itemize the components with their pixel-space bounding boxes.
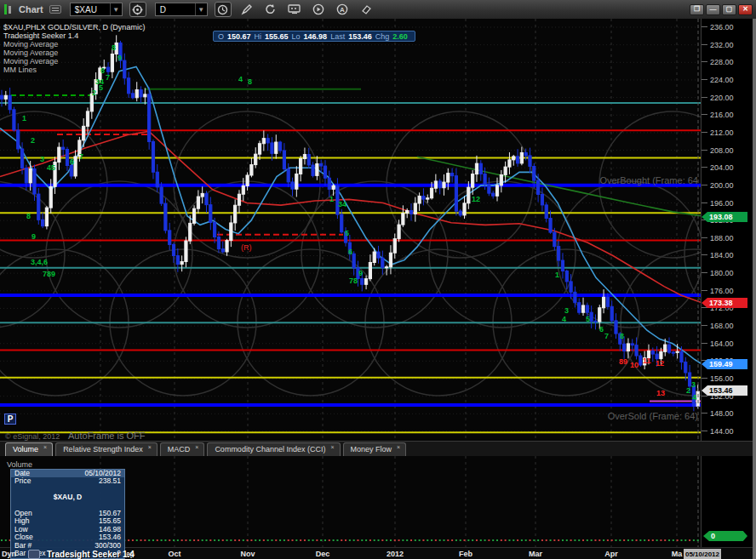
tab-volume[interactable]: Volume× <box>5 442 53 456</box>
volume-bar <box>181 539 183 541</box>
interval-input[interactable]: D ▼ <box>155 3 208 16</box>
candle-body <box>221 249 224 252</box>
candle-body <box>74 157 77 176</box>
tab-close-icon[interactable]: × <box>330 444 334 450</box>
volume-bar <box>177 539 179 541</box>
candle-body <box>86 111 89 126</box>
candle-body <box>467 187 470 203</box>
time-template-button[interactable] <box>215 2 232 17</box>
candle-body <box>29 168 32 183</box>
candle-body <box>520 152 523 163</box>
status-bar: Dyn Tradesight Seeker 1.4 <box>0 548 135 559</box>
time-axis[interactable]: 05/10/2012 Dyn Tradesight Seeker 1.4 Sep… <box>0 547 753 559</box>
candle-body <box>581 305 584 312</box>
seeker-count-label: 5 <box>99 83 103 92</box>
tab-macd[interactable]: MACD× <box>160 442 205 456</box>
restore-window-button[interactable]: ❐ <box>690 4 704 15</box>
tab-close-icon[interactable]: × <box>148 444 152 450</box>
tab-close-icon[interactable]: × <box>43 444 47 450</box>
candle-body <box>217 237 220 249</box>
candle-body <box>455 176 457 211</box>
price-axis[interactable]: 236.00232.00228.00224.00220.00216.00212.… <box>701 19 753 441</box>
volume-bar <box>419 539 421 541</box>
price-chart-pane[interactable]: 1234567893,4,678923468975481345697812134… <box>0 19 701 441</box>
chevron-down-icon[interactable]: ▼ <box>110 3 122 15</box>
candle-body <box>164 203 167 231</box>
price-tag-153.46: 153.46 <box>702 385 747 396</box>
symbol-input[interactable]: $XAU ▼ <box>70 3 123 16</box>
volume-axis[interactable]: 0 <box>701 456 753 547</box>
autolink-button[interactable]: A <box>334 2 351 17</box>
volume-bar <box>271 539 272 541</box>
quote-board-button[interactable] <box>286 2 303 17</box>
volume-bar <box>484 539 486 541</box>
eraser-button[interactable] <box>358 2 375 17</box>
month-label-oct: Oct <box>168 550 180 558</box>
volume-bar <box>570 539 572 541</box>
tab-money-flow[interactable]: Money Flow× <box>343 442 407 456</box>
volume-bar <box>673 539 674 541</box>
draw-button[interactable] <box>238 2 255 17</box>
volume-bar <box>238 539 240 541</box>
seeker-count-label: 11 <box>643 357 651 365</box>
tab-relative-strength-index[interactable]: Relative Strength Index× <box>55 442 158 456</box>
volume-bar <box>517 539 518 541</box>
seeker-count-label: 7 <box>106 73 110 82</box>
tab-close-icon[interactable]: × <box>397 444 400 450</box>
legend-study-mm: MM Lines <box>3 66 145 74</box>
symbol-search-button[interactable] <box>129 2 146 17</box>
candle-body <box>386 267 388 268</box>
reload-button[interactable] <box>262 2 279 17</box>
candle-body <box>541 194 543 204</box>
volume-bar <box>345 539 346 541</box>
volume-bar <box>648 539 650 541</box>
volume-bar <box>632 539 633 541</box>
volume-bar <box>627 539 629 541</box>
candle-body <box>656 354 658 359</box>
status-page-icon[interactable] <box>28 550 40 559</box>
candle-body <box>475 163 478 174</box>
candle-body <box>172 244 175 255</box>
candle-body <box>20 149 23 168</box>
volume-bar <box>329 539 330 541</box>
pointer-mode-badge[interactable]: P <box>4 414 16 425</box>
chevron-down-icon[interactable]: ▼ <box>195 3 207 15</box>
maximize-button[interactable]: ▢ <box>722 4 736 15</box>
volume-bar <box>464 539 466 541</box>
chart-window-icon <box>3 3 14 15</box>
volume-bar <box>607 539 609 541</box>
candle-body <box>377 252 380 258</box>
minimize-button[interactable]: — <box>706 4 720 15</box>
volume-bar <box>275 539 277 541</box>
volume-bar <box>488 539 490 541</box>
seeker-count-label: 89 <box>619 357 627 366</box>
close-button[interactable]: ✕ <box>738 4 753 15</box>
data-window[interactable]: Date05/10/2012Price238.51$XAU, DOpen150.… <box>10 469 125 559</box>
volume-bar <box>684 539 686 541</box>
volume-bar <box>562 539 564 541</box>
candle-body <box>312 165 314 175</box>
tab-commodity-channel-index-cci-[interactable]: Commodity Channel Index (CCI)× <box>207 442 340 456</box>
volume-bar <box>431 539 432 541</box>
candle-body <box>135 90 138 98</box>
seeker-count-label: 5 <box>586 315 590 323</box>
play-button[interactable] <box>310 2 327 17</box>
tab-close-icon[interactable]: × <box>195 444 198 450</box>
volume-bar <box>312 539 314 541</box>
candle-body <box>443 182 445 188</box>
volume-bar <box>169 539 170 541</box>
seeker-count-label: 7 <box>79 152 83 161</box>
candle-body <box>561 260 564 271</box>
month-label-dec: Dec <box>316 550 330 558</box>
volume-bar <box>320 539 322 541</box>
candle-body <box>492 193 495 196</box>
volume-bar <box>193 539 195 541</box>
candle-body <box>271 143 273 153</box>
volume-bar <box>128 539 129 541</box>
candle-body <box>242 185 244 194</box>
candle-body <box>205 193 208 204</box>
volume-bar <box>697 539 699 541</box>
candle-body <box>578 303 581 313</box>
tab-label: Volume <box>13 445 38 453</box>
candle-body <box>148 94 151 142</box>
